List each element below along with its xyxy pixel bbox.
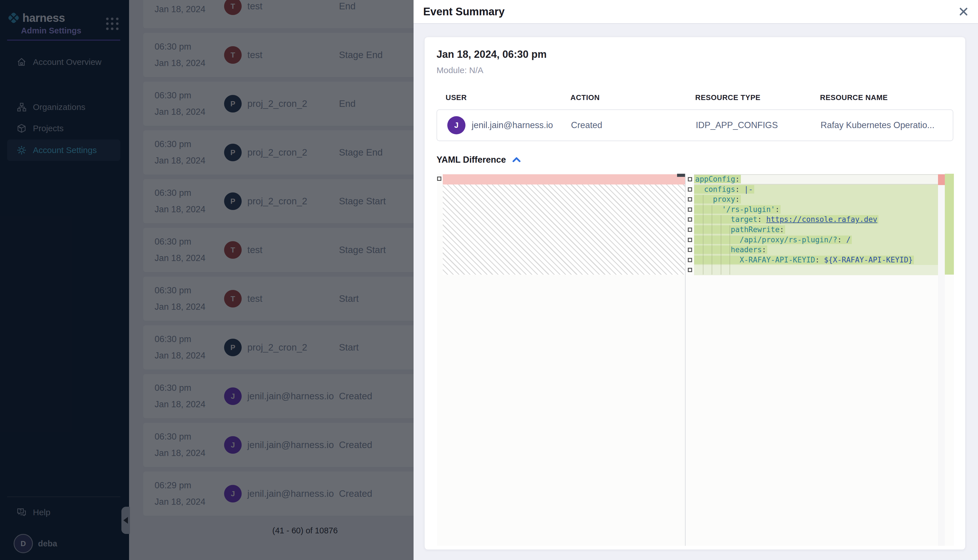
- diff-added-ruler: [945, 174, 954, 275]
- event-summary-card: Jan 18, 2024, 06:30 pm Module: N/A USER …: [424, 37, 966, 550]
- event-summary-modal: Event Summary Jan 18, 2024, 06:30 pm Mod…: [413, 0, 978, 560]
- code-line: appConfig:: [694, 174, 938, 185]
- diff-overview-track[interactable]: [938, 174, 945, 546]
- code-link[interactable]: https://console.rafay.dev: [766, 215, 877, 223]
- modal-title: Event Summary: [423, 6, 505, 18]
- code-line: target: https://console.rafay.dev: [694, 215, 938, 225]
- code-line: headers:: [694, 245, 938, 255]
- close-icon: [958, 7, 969, 17]
- diff-fold-marker[interactable]: [688, 197, 692, 202]
- column-header: RESOURCE NAME: [820, 93, 953, 102]
- diff-added-code: appConfig: configs: |- proxy: '/rs-plugi…: [694, 174, 938, 275]
- yaml-diff-viewer: appConfig: configs: |- proxy: '/rs-plugi…: [437, 174, 954, 546]
- code-line: /api/proxy/rs-plugin/?: /: [694, 235, 938, 245]
- code-line: '/rs-plugin':: [694, 205, 938, 215]
- diff-fold-marker[interactable]: [688, 268, 692, 272]
- resource-type-cell: IDP_APP_CONFIGS: [696, 120, 821, 130]
- indent-guide: [721, 215, 721, 275]
- diff-fold-marker[interactable]: [688, 177, 692, 182]
- diff-fold-marker[interactable]: [688, 207, 692, 212]
- indent-guide: [712, 205, 712, 275]
- action-cell: Created: [571, 120, 696, 130]
- diff-fold-marker[interactable]: [688, 258, 692, 262]
- code-line: pathRewrite:: [694, 225, 938, 235]
- code-line: configs: |-: [694, 185, 938, 195]
- diff-fold-marker[interactable]: [688, 217, 692, 222]
- diff-removed-line: [443, 174, 685, 185]
- collapse-section-button[interactable]: [512, 157, 522, 163]
- event-table-headers: USER ACTION RESOURCE TYPE RESOURCE NAME: [436, 93, 953, 102]
- resource-name-cell: Rafay Kubernetes Operatio...: [821, 120, 953, 130]
- diff-empty-filler: [443, 185, 685, 275]
- column-header: RESOURCE TYPE: [695, 93, 820, 102]
- indent-guide: [729, 225, 730, 275]
- diff-scrollbar-thumb[interactable]: [677, 174, 685, 177]
- diff-fold-marker[interactable]: [688, 238, 692, 242]
- modal-header: Event Summary: [413, 0, 978, 24]
- event-user-cell: J jenil.jain@harness.io: [447, 116, 571, 134]
- diff-fold-marker[interactable]: [688, 187, 692, 192]
- avatar: J: [447, 116, 465, 134]
- diff-removed-marker: [938, 174, 945, 185]
- code-line: X-RAFAY-API-KEYID: ${X-RAFAY-API-KEYID}: [694, 255, 938, 265]
- diff-fold-marker[interactable]: [437, 177, 441, 181]
- user-email: jenil.jain@harness.io: [472, 120, 553, 130]
- column-header: USER: [446, 93, 570, 102]
- yaml-difference-section: YAML Difference: [436, 155, 953, 165]
- event-table-row: J jenil.jain@harness.io Created IDP_APP_…: [436, 109, 953, 141]
- event-module: Module: N/A: [436, 65, 954, 75]
- chevron-up-icon: [512, 157, 522, 163]
- diff-fold-marker[interactable]: [688, 228, 692, 232]
- screen: harness Admin Settings Account Overview …: [0, 0, 978, 560]
- diff-fold-marker[interactable]: [688, 248, 692, 252]
- event-datetime: Jan 18, 2024, 06:30 pm: [436, 48, 954, 60]
- diff-pane-divider: [685, 174, 685, 546]
- indent-guide: [703, 195, 704, 275]
- code-line: proxy:: [694, 194, 938, 205]
- code-line-empty: [694, 265, 938, 275]
- close-button[interactable]: [956, 5, 971, 19]
- column-header: ACTION: [570, 93, 695, 102]
- yaml-difference-label: YAML Difference: [436, 155, 506, 165]
